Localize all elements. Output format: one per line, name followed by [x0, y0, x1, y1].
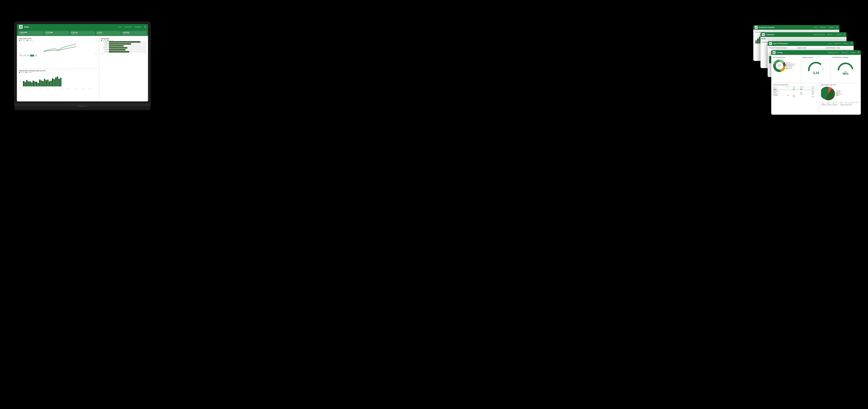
year-tab-2022[interactable]: 2022 [27, 55, 30, 57]
forecast-title: Production Forecast [759, 27, 774, 28]
cultivation-menu-icon[interactable]: ☰ [844, 34, 845, 35]
nav-resource[interactable]: Resource ▾ [125, 26, 132, 28]
realised-x-axis: Aug Jul Nov Oct Feb Jan May Sep Mar Apr [19, 88, 98, 89]
hbar-tomato-dark [109, 49, 125, 51]
ry-2: € 0,8M [19, 76, 23, 77]
hbar-tomato-label: TOMATO [101, 49, 108, 50]
year-tab-2025[interactable]: 2025 [34, 55, 38, 57]
gauge-value: 3,34 [813, 71, 819, 74]
sales-margin-content: Cost Type dBor Machinery [821, 86, 859, 100]
hbar-test: TEST-GEN... [101, 47, 146, 49]
bar-group-jul [26, 80, 29, 86]
sold-qty-title: Sold Quantity [101, 38, 146, 39]
sum-sales: 251,750.00 [832, 104, 840, 106]
svg-text:EAP: EAP [779, 66, 780, 67]
row4-labor [793, 92, 800, 93]
labor-nav-crop[interactable]: Crop ▾ [828, 43, 832, 44]
sold-qty-legend: Last Year Current Year [101, 40, 146, 41]
nav-location-chevron: ▾ [141, 26, 142, 28]
cult-nav-resource[interactable]: Resource ▾ [827, 34, 834, 35]
hbar-test-track [109, 47, 146, 49]
table-row: 25.00 51.00 [773, 96, 818, 97]
labor-header: Labor Performance Crop ▾ Resource ▾ Loca… [768, 41, 854, 46]
labor-logo [769, 42, 772, 45]
forecast-nav-crop[interactable]: Crop ▾ [814, 27, 818, 28]
legend-sq-ly-dot [101, 40, 102, 41]
ry-4: € 0,4M [19, 82, 23, 82]
year-tab-2021[interactable]: 2021 [23, 55, 26, 57]
legend-sq-cy: Current Year [107, 40, 114, 41]
nav-location[interactable]: Location ▾ [135, 26, 142, 28]
costing-logo [773, 51, 776, 54]
kpi-cy-value: € 885.65K [20, 32, 42, 33]
pie-legend: Cost Type dBor Machinery [836, 90, 842, 96]
bar-group-apr [52, 78, 55, 86]
labor-nav-resource[interactable]: Resource ▾ [834, 43, 841, 44]
costing-nav-scheme[interactable]: Production scheme ▾ [828, 52, 839, 53]
kpi-sales-lytd: € 0.00 Sales LYTD [96, 31, 121, 35]
legend-total-label: Total Phase [788, 68, 793, 69]
kpi-lytd-value: € 0.00 [97, 32, 119, 33]
hbar-tomato-track [109, 49, 146, 51]
rx-apr: Apr [83, 88, 84, 89]
legend-cytd-dot [19, 40, 20, 41]
cost-item-table: Cost per item / product phase No. Item L… [772, 84, 819, 114]
charts-left: Sales CYTD vs LYTD Sales CYTD Sales LYTD [18, 37, 99, 100]
bar-group-oct [33, 81, 36, 86]
forecast-menu-icon[interactable]: ☰ [836, 27, 838, 28]
sq-x-0: € 0,0M [101, 53, 103, 54]
sq-x-axis: € 0,0M € 0,5M € 1,0M [101, 53, 146, 54]
costing-nav-resource[interactable]: Resource ▾ [841, 52, 848, 53]
legend-transplanted-label: TRANSPLANTED [788, 64, 795, 65]
menu-icon[interactable]: ☰ [144, 26, 146, 28]
forecast-nav-location[interactable]: Location ▾ [829, 27, 834, 28]
sum-week: 39.014€1 [840, 104, 844, 106]
x-label-end: dec 2022 [95, 53, 97, 54]
forecast-nav-resource[interactable]: Resource ▾ [820, 27, 827, 28]
legend-sq-cy-dot [107, 40, 108, 41]
realised-chart-title: Realised Sales and Realised Sales Last Y… [19, 70, 98, 71]
right-panels-container: Production Forecast Crop ▾ Resource ▾ Lo… [753, 25, 857, 129]
pie-dot-dbor [836, 92, 837, 93]
labor-menu-icon[interactable]: ☰ [851, 43, 852, 44]
realised-legend: Last Year Current Year [19, 72, 98, 73]
laptop-base: MacBook Pro [14, 104, 151, 108]
row2-no: P01590 [773, 89, 786, 90]
labor-nav: Crop ▾ Resource ▾ Location ▾ [828, 43, 849, 44]
laptop: Sales Crop ▾ Resource ▾ Location ▾ [14, 22, 151, 115]
ry-3: € 0,6M [19, 79, 23, 80]
hbar-lettuce: LETTUCE [101, 51, 146, 53]
year-tab-2023[interactable]: 2023 [30, 55, 34, 57]
row5-labor [793, 93, 800, 95]
legend-transplanted: TRANSPLANTED [786, 64, 800, 65]
hbar-test-dark [109, 47, 127, 49]
legend-harvest: HARVEST [786, 66, 800, 68]
panel-costing: Costing Production scheme ▾ Resource ▾ L… [771, 50, 861, 115]
laptop-foot [14, 108, 151, 111]
cult-nav-scheme[interactable]: Production scheme ▾ [813, 34, 825, 35]
row7-machinery [800, 96, 811, 97]
table-row: Transported 40.00 40.00 [773, 93, 818, 95]
hbar-unknown-label: Unknow... [101, 45, 108, 46]
row7-labor: 25.00 [793, 96, 800, 97]
row5-machinery: 40.00 [800, 93, 811, 95]
nav-crop[interactable]: Crop ▾ [118, 26, 122, 28]
year-tab-2018[interactable]: 2018 [19, 55, 22, 57]
costing-nav-location[interactable]: Location ▾ [850, 52, 856, 53]
col-no: No. [773, 86, 786, 88]
legend-sq-ly-label: Last Year [102, 40, 106, 41]
kpi-cy-label: Sales CY [20, 33, 42, 34]
year-tabs[interactable]: 2018 2021 2022 2023 2025 [19, 55, 98, 57]
col-item: Item [786, 86, 793, 88]
cult-nav-location[interactable]: Location ▾ [836, 34, 841, 35]
costing-menu-icon[interactable]: ☰ [858, 52, 859, 54]
hbar-cucumber-label: CUCUMB... [101, 41, 108, 42]
bar-group-aug [23, 81, 26, 86]
labor-nav-location[interactable]: Location ▾ [843, 43, 849, 44]
legend-lytd-label: Sales LYTD [28, 40, 33, 41]
rx-nov: Nov [33, 88, 34, 89]
labor-pr-title: Planned vs. Realised Performance [769, 47, 796, 49]
kpi-diff-value: € 975.00 [123, 32, 145, 33]
row1-total: 26.00 [811, 88, 818, 89]
legend-sq-cy-label: Current Year [108, 40, 114, 41]
